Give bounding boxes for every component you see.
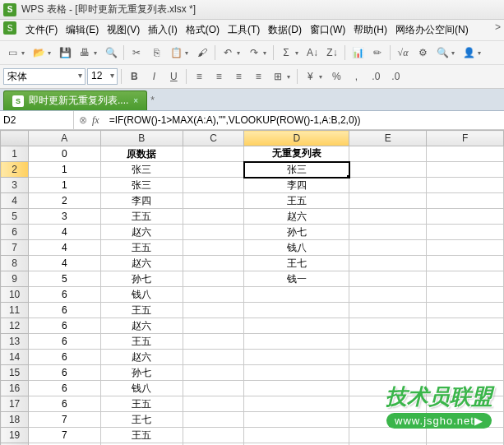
cell-A13[interactable]: 6 bbox=[29, 334, 100, 350]
cell-B1[interactable]: 原数据 bbox=[100, 146, 183, 162]
cell-A18[interactable]: 7 bbox=[29, 412, 100, 428]
align-justify-icon[interactable]: ≡ bbox=[249, 67, 267, 86]
cell-A2[interactable]: 1 bbox=[29, 162, 100, 178]
formula-cancel-icon[interactable]: ⊗ bbox=[79, 114, 87, 127]
cell-C1[interactable] bbox=[183, 146, 244, 162]
cell-E17[interactable] bbox=[349, 396, 427, 412]
cell-F10[interactable] bbox=[427, 287, 504, 303]
cell-B18[interactable]: 王七 bbox=[100, 412, 183, 428]
new-icon[interactable]: ▭ bbox=[3, 44, 21, 62]
cell-A9[interactable]: 5 bbox=[29, 271, 100, 287]
cell-C9[interactable] bbox=[183, 271, 244, 287]
cell-E5[interactable] bbox=[349, 209, 427, 225]
row-header-13[interactable]: 13 bbox=[1, 334, 29, 350]
cell-C10[interactable] bbox=[183, 287, 244, 303]
cell-F18[interactable] bbox=[427, 412, 504, 428]
cell-C19[interactable] bbox=[183, 428, 244, 443]
cell-C16[interactable] bbox=[183, 381, 244, 396]
tab-add-icon[interactable]: * bbox=[150, 95, 155, 106]
new-dropdown-icon[interactable]: ▾ bbox=[21, 49, 28, 57]
row-header-2[interactable]: 2 bbox=[1, 162, 29, 178]
menu-item[interactable]: 窗口(W) bbox=[306, 21, 349, 39]
cell-D1[interactable]: 无重复列表 bbox=[244, 146, 349, 162]
row-header-14[interactable]: 14 bbox=[1, 350, 29, 365]
row-header-17[interactable]: 17 bbox=[1, 396, 29, 412]
tab-close-icon[interactable]: × bbox=[133, 96, 138, 105]
cell-F14[interactable] bbox=[427, 350, 504, 365]
cell-D13[interactable] bbox=[244, 334, 349, 350]
cell-E16[interactable] bbox=[349, 381, 427, 396]
menu-item[interactable]: 帮助(H) bbox=[349, 21, 391, 39]
cell-F3[interactable] bbox=[427, 178, 504, 193]
cell-B14[interactable]: 赵六 bbox=[100, 350, 183, 365]
cell-C6[interactable] bbox=[183, 225, 244, 240]
cell-C5[interactable] bbox=[183, 209, 244, 225]
cell-E6[interactable] bbox=[349, 225, 427, 240]
cell-C8[interactable] bbox=[183, 256, 244, 271]
zoom-dropdown-icon[interactable]: ▾ bbox=[451, 49, 458, 57]
menu-item[interactable]: 工具(T) bbox=[224, 21, 264, 39]
workbook-tab[interactable]: S 即时更新无重复列表.... × bbox=[3, 90, 147, 110]
help-icon[interactable]: 👤 bbox=[460, 44, 478, 62]
cell-A14[interactable]: 6 bbox=[29, 350, 100, 365]
cell-D18[interactable] bbox=[244, 412, 349, 428]
cell-B7[interactable]: 王五 bbox=[100, 240, 183, 256]
cell-D7[interactable]: 钱八 bbox=[244, 240, 349, 256]
cell-E13[interactable] bbox=[349, 334, 427, 350]
cell-A3[interactable]: 1 bbox=[29, 178, 100, 193]
align-center-icon[interactable]: ≡ bbox=[210, 67, 228, 86]
select-all-corner[interactable] bbox=[1, 131, 29, 146]
cell-F11[interactable] bbox=[427, 303, 504, 318]
cell-A19[interactable]: 7 bbox=[29, 428, 100, 443]
cell-A7[interactable]: 4 bbox=[29, 240, 100, 256]
format-painter-icon[interactable]: 🖌 bbox=[193, 44, 211, 62]
merge-dropdown-icon[interactable]: ▾ bbox=[287, 73, 294, 81]
cell-E18[interactable] bbox=[349, 412, 427, 428]
cell-E7[interactable] bbox=[349, 240, 427, 256]
cell-B8[interactable]: 赵六 bbox=[100, 256, 183, 271]
menu-item[interactable]: 视图(V) bbox=[103, 21, 144, 39]
column-header-B[interactable]: B bbox=[100, 131, 183, 146]
cell-B16[interactable]: 钱八 bbox=[100, 381, 183, 396]
cell-D4[interactable]: 王五 bbox=[244, 193, 349, 209]
cell-F15[interactable] bbox=[427, 365, 504, 381]
align-right-icon[interactable]: ≡ bbox=[229, 67, 247, 86]
comma-icon[interactable]: , bbox=[347, 67, 365, 86]
cell-D12[interactable] bbox=[244, 318, 349, 334]
zoom-icon[interactable]: 🔍 bbox=[433, 44, 451, 62]
cell-F16[interactable] bbox=[427, 381, 504, 396]
row-header-10[interactable]: 10 bbox=[1, 287, 29, 303]
italic-icon[interactable]: I bbox=[145, 67, 163, 86]
cell-B17[interactable]: 王五 bbox=[100, 396, 183, 412]
align-left-icon[interactable]: ≡ bbox=[190, 67, 208, 86]
menu-overflow-icon[interactable]: > bbox=[495, 21, 501, 39]
cell-E1[interactable] bbox=[349, 146, 427, 162]
paste-dropdown-icon[interactable]: ▾ bbox=[185, 49, 192, 57]
cell-C14[interactable] bbox=[183, 350, 244, 365]
row-header-6[interactable]: 6 bbox=[1, 225, 29, 240]
row-header-19[interactable]: 19 bbox=[1, 428, 29, 443]
currency-dropdown-icon[interactable]: ▾ bbox=[319, 73, 326, 81]
menu-item[interactable]: 编辑(E) bbox=[62, 21, 103, 39]
cell-D17[interactable] bbox=[244, 396, 349, 412]
cell-D2[interactable]: 张三 bbox=[244, 162, 349, 178]
cell-B6[interactable]: 赵六 bbox=[100, 225, 183, 240]
cell-F7[interactable] bbox=[427, 240, 504, 256]
cell-F5[interactable] bbox=[427, 209, 504, 225]
chart-icon[interactable]: 📊 bbox=[349, 44, 367, 62]
font-name-select[interactable]: 宋体 bbox=[3, 68, 86, 85]
menu-item[interactable]: 文件(F) bbox=[21, 21, 62, 39]
cell-F13[interactable] bbox=[427, 334, 504, 350]
undo-dropdown-icon[interactable]: ▾ bbox=[237, 49, 243, 57]
cell-D6[interactable]: 孙七 bbox=[244, 225, 349, 240]
redo-dropdown-icon[interactable]: ▾ bbox=[263, 49, 270, 57]
cell-B4[interactable]: 李四 bbox=[100, 193, 183, 209]
cell-E10[interactable] bbox=[349, 287, 427, 303]
column-header-F[interactable]: F bbox=[427, 131, 504, 146]
cell-C3[interactable] bbox=[183, 178, 244, 193]
cell-reference-box[interactable]: D2 bbox=[0, 111, 74, 129]
sort-desc-icon[interactable]: Z↓ bbox=[323, 44, 341, 62]
copy-icon[interactable]: ⎘ bbox=[147, 44, 165, 62]
percent-icon[interactable]: % bbox=[327, 67, 345, 86]
sort-asc-icon[interactable]: A↓ bbox=[303, 44, 321, 62]
